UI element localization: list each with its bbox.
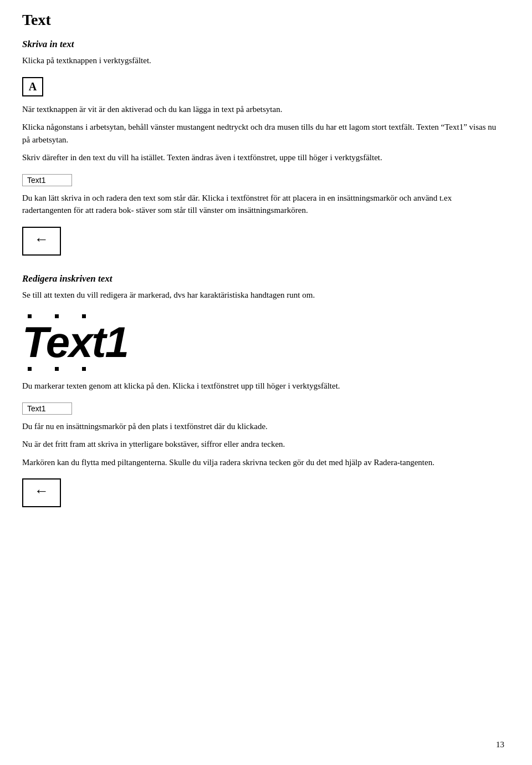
para-edit-4: Nu är det fritt fram att skriva in ytter… [22,438,499,451]
para-edit-3: Du får nu en insättningsmarkör på den pl… [22,420,499,433]
text-demo-container: Text1 [22,311,128,372]
handles-bottom-row [28,367,128,371]
para-edit-2: Du markerar texten genom att klicka på d… [22,380,499,392]
para-edit-5: Markören kan du flytta med piltangentern… [22,456,499,469]
para-write-2: När textknappen är vit är den aktiverad … [22,103,499,116]
section-heading-edit: Redigera inskriven text [22,273,499,284]
section-write-text: Skriva in text Klicka på textknappen i v… [22,39,499,266]
para-write-4: Skriv därefter in den text du vill ha is… [22,151,499,164]
para-write-5: Du kan lätt skriva in och radera den tex… [22,192,499,217]
handle-dot-bm [55,367,59,371]
section-edit-text: Redigera inskriven text Se till att text… [22,273,499,518]
text-field-1[interactable]: Text1 [22,174,72,186]
backspace-button-1[interactable]: ← [22,227,61,256]
para-write-3: Klicka någonstans i arbetsytan, behåll v… [22,121,499,146]
page-title: Text [22,11,499,29]
handle-dot-bl [28,367,32,371]
para-write-1: Klicka på textknappen i verktygsfältet. [22,54,499,67]
text-demo-large: Text1 [22,320,128,364]
section-heading-write: Skriva in text [22,39,499,50]
handle-dot-br [82,367,86,371]
page-number: 13 [496,740,504,749]
para-edit-1: Se till att texten du vill redigera är m… [22,289,499,302]
text-tool-icon[interactable]: A [22,77,43,96]
backspace-button-2[interactable]: ← [22,478,61,507]
text-field-2[interactable]: Text1 [22,402,72,415]
